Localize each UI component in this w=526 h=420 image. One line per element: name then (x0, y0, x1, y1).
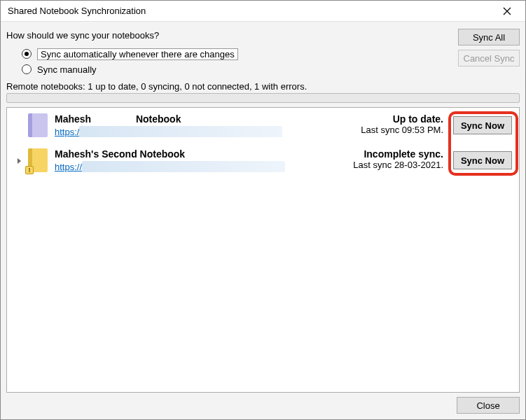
radio-sync-auto[interactable]: Sync automatically whenever there are ch… (22, 46, 452, 62)
notebook-title: Mahesh's Second Notebook (55, 148, 330, 160)
radio-indicator-icon (22, 64, 32, 74)
close-icon[interactable] (492, 1, 522, 21)
redacted-link (82, 161, 285, 172)
warning-badge-icon: ! (25, 166, 34, 174)
sync-now-cell: Sync Now (449, 148, 516, 169)
radio-indicator-icon (22, 49, 32, 59)
last-sync-text: Last sync 28-03-2021. (330, 160, 443, 170)
sync-now-button[interactable]: Sync Now (453, 151, 512, 169)
dialog-body: How should we sync your notebooks? Sync … (1, 22, 525, 419)
expand-gutter (10, 113, 28, 123)
remote-status-text: Remote notebooks: 1 up to date, 0 syncin… (6, 81, 520, 92)
notebook-icon (28, 113, 48, 137)
notebook-row[interactable]: Mahesh Notebookhttps:/Up to date.Last sy… (10, 113, 516, 148)
status-text: Up to date. (330, 113, 443, 125)
notebook-link[interactable]: https:// (55, 162, 82, 172)
notebook-list[interactable]: Mahesh Notebookhttps:/Up to date.Last sy… (6, 107, 520, 393)
sync-all-button[interactable]: Sync All (458, 29, 520, 46)
sync-now-cell: Sync Now (449, 113, 516, 134)
close-button[interactable]: Close (457, 397, 520, 414)
sync-prompt: How should we sync your notebooks? (6, 30, 452, 41)
notebook-main: Mahesh Notebookhttps:/ (55, 113, 330, 137)
radio-sync-auto-label: Sync automatically whenever there are ch… (37, 48, 238, 60)
redacted-link (79, 126, 282, 137)
notebook-row[interactable]: !Mahesh's Second Notebookhttps://Incompl… (10, 148, 516, 183)
radio-sync-manual[interactable]: Sync manually (22, 62, 452, 77)
notebook-title: Mahesh Notebook (55, 113, 330, 125)
notebook-link-row: https:// (55, 161, 330, 172)
notebook-main: Mahesh's Second Notebookhttps:// (55, 148, 330, 172)
cancel-sync-button: Cancel Sync (458, 50, 520, 66)
window-title: Shared Notebook Synchronization (8, 6, 492, 16)
notebook-status: Up to date.Last sync 09:53 PM. (330, 113, 449, 135)
sync-now-button[interactable]: Sync Now (453, 116, 512, 134)
radio-sync-manual-label: Sync manually (37, 64, 97, 75)
progress-bar (6, 93, 520, 103)
last-sync-text: Last sync 09:53 PM. (330, 125, 443, 135)
dialog-window: Shared Notebook Synchronization How shou… (0, 0, 526, 420)
notebook-link[interactable]: https:/ (55, 127, 79, 137)
notebook-status: Incomplete sync.Last sync 28-03-2021. (330, 148, 449, 170)
redacted-text (94, 115, 133, 125)
expand-caret-icon (18, 158, 21, 164)
expand-gutter[interactable] (10, 148, 28, 164)
notebook-icon: ! (28, 148, 48, 172)
notebook-link-row: https:/ (55, 126, 330, 137)
titlebar: Shared Notebook Synchronization (1, 1, 525, 22)
status-text: Incomplete sync. (330, 148, 443, 160)
